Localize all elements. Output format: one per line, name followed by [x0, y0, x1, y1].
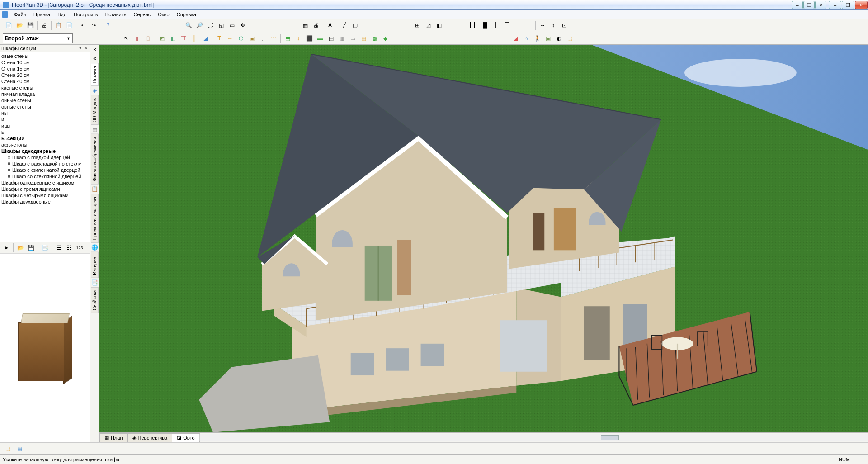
vtab-insert[interactable]: Вставка	[91, 63, 99, 86]
vtab-close-icon[interactable]: ×	[91, 46, 99, 53]
tab-perspective[interactable]: ◈ Перспектива	[127, 433, 173, 442]
wall-tool-button[interactable]: ▮	[132, 33, 142, 43]
group-button[interactable]: ⊡	[559, 20, 569, 30]
snap-object-button[interactable]: ◧	[434, 20, 444, 30]
align-middle-button[interactable]: ═	[513, 20, 523, 30]
stairs-tool-button[interactable]: ⛩	[179, 33, 189, 43]
symbol-button[interactable]: ⬡	[236, 33, 246, 43]
menu-build[interactable]: Построить	[71, 11, 101, 18]
align-center-h-button[interactable]: ▐▌	[480, 20, 490, 30]
catalog-item[interactable]: онные стены	[1, 97, 89, 104]
text-label-button[interactable]: T	[214, 33, 224, 43]
catalog-item[interactable]: и	[1, 116, 89, 123]
layer-button[interactable]: ⬚	[565, 33, 575, 43]
catalog-item[interactable]: пичная кладка	[1, 91, 89, 97]
catalog-item[interactable]: овые стены	[1, 53, 89, 59]
toggle-grid-button[interactable]: ▦	[300, 20, 310, 30]
floor-selector[interactable]: Второй этаж ▼	[3, 33, 73, 43]
fence-tool-button[interactable]: ▦	[359, 33, 368, 43]
catalog-item[interactable]: ны	[1, 110, 89, 116]
vtab-expand-icon[interactable]: «	[91, 55, 99, 62]
catalog-item[interactable]: Стена 15 см	[1, 66, 89, 72]
view-3d-button[interactable]: ◢	[510, 33, 520, 43]
vtab-projectinfo[interactable]: Проектная информа	[91, 194, 99, 243]
catalog-item[interactable]: ь	[1, 129, 89, 135]
align-top-button[interactable]: ▔	[502, 20, 512, 30]
sec-tool-2[interactable]: ▦	[14, 444, 24, 454]
menu-insert[interactable]: Вставить	[102, 11, 130, 18]
roof-tool-button[interactable]: ◢	[200, 33, 210, 43]
redo-button[interactable]: ↷	[89, 20, 99, 30]
help-button[interactable]: ?	[103, 20, 113, 30]
catalog-item[interactable]: Шкаф с филенчатой дверцей	[1, 167, 89, 173]
text-tool-button[interactable]: A	[325, 20, 335, 30]
vtab-3d-icon[interactable]: ◈	[91, 87, 99, 94]
sec-tool-1[interactable]: ⬚	[3, 444, 13, 454]
catalog-item[interactable]: афы-столы	[1, 142, 89, 148]
pan-button[interactable]: ✥	[238, 20, 248, 30]
catalog-item[interactable]: Шкафы однодверные	[1, 148, 89, 154]
select-tool-button[interactable]: ↖	[121, 33, 131, 43]
flat-tool-button[interactable]: ▭	[348, 33, 358, 43]
zoom-in-button[interactable]: 🔍	[184, 20, 193, 30]
distribute-v-button[interactable]: ↕	[548, 20, 558, 30]
misc-tool-button[interactable]: ◆	[380, 33, 390, 43]
road-button[interactable]: ▬	[315, 33, 325, 43]
catalog-item[interactable]: ы-секции	[1, 135, 89, 142]
window-close-button[interactable]: ×	[855, 1, 868, 9]
dimension-button[interactable]: ↔	[225, 33, 235, 43]
catalog-item[interactable]: Стена 10 см	[1, 59, 89, 66]
window-minimize-button[interactable]: –	[829, 1, 841, 9]
align-left-button[interactable]: ▏▏	[469, 20, 479, 30]
layered-tool-button[interactable]: ▥	[337, 33, 347, 43]
mdi-minimize-button[interactable]: –	[792, 1, 803, 9]
vtab-internet[interactable]: Интернет	[91, 252, 99, 278]
catalog-save-icon[interactable]: 💾	[26, 243, 35, 252]
stacked-tool-button[interactable]: ▤	[326, 33, 336, 43]
line-tool-button[interactable]: ╱	[339, 20, 349, 30]
vtab-3dmodel[interactable]: 3D-Модель	[91, 95, 99, 125]
catalog-item[interactable]: Шкафы однодверные с ящиком	[1, 180, 89, 186]
mdi-restore-button[interactable]: ❐	[803, 1, 815, 9]
catalog-open-icon[interactable]: 📂	[16, 243, 25, 252]
copy-button[interactable]: 📋	[53, 20, 63, 30]
tab-plan[interactable]: ▦ План	[99, 433, 128, 442]
vtab-net-icon[interactable]: 🌐	[91, 244, 99, 251]
grid-tool-button[interactable]: ▩	[369, 33, 379, 43]
window-tool-button[interactable]: ◩	[157, 33, 167, 43]
door-tool-button[interactable]: ⌷	[143, 33, 153, 43]
level-button[interactable]: ↓	[293, 33, 303, 43]
square-tool-button[interactable]: ▢	[350, 20, 360, 30]
menu-help[interactable]: Справка	[174, 11, 199, 18]
vtab-prop-icon[interactable]: 📑	[91, 279, 99, 286]
side-close-icon[interactable]: ×	[84, 46, 89, 51]
catalog-item[interactable]: Шкаф с раскладкой по стеклу	[1, 161, 89, 167]
undo-button[interactable]: ↶	[78, 20, 88, 30]
catalog-item[interactable]: Шкаф с гладкой дверцей	[1, 154, 89, 161]
toggle-print-button[interactable]: 🖨	[311, 20, 321, 30]
snap-grid-button[interactable]: ⊞	[412, 20, 422, 30]
print-button[interactable]: 🖨	[39, 20, 49, 30]
menu-window[interactable]: Окно	[155, 11, 173, 18]
column-tool-button[interactable]: ║	[189, 33, 199, 43]
tab-ortho[interactable]: ◪ Орто	[172, 433, 199, 442]
3d-viewport[interactable]	[99, 45, 868, 432]
horizontal-scrollbar[interactable]	[199, 434, 868, 441]
distribute-h-button[interactable]: ↔	[538, 20, 547, 30]
vtab-filter[interactable]: Фильтр изображения	[91, 134, 99, 185]
catalog-item[interactable]: Стена 20 см	[1, 72, 89, 78]
catalog-item[interactable]: Шкафы с тремя ящиками	[1, 186, 89, 192]
paste-button[interactable]: 📄	[64, 20, 74, 30]
side-collapse-icon[interactable]: «	[78, 46, 83, 51]
menu-edit[interactable]: Правка	[30, 11, 53, 18]
align-bottom-button[interactable]: ▁	[524, 20, 533, 30]
render-button[interactable]: ▣	[543, 33, 553, 43]
path-tool-button[interactable]: 〰	[269, 33, 278, 43]
zoom-select-button[interactable]: ▭	[227, 20, 237, 30]
menu-file[interactable]: Файл	[11, 11, 29, 18]
zoom-fit-button[interactable]: ◱	[216, 20, 226, 30]
catalog-item[interactable]: Шкафы с четырьмя ящиками	[1, 192, 89, 199]
catalog-send-icon[interactable]: ➤	[2, 243, 11, 252]
tree-button[interactable]: ⬛	[304, 33, 314, 43]
catalog-item[interactable]: овные стены	[1, 104, 89, 110]
